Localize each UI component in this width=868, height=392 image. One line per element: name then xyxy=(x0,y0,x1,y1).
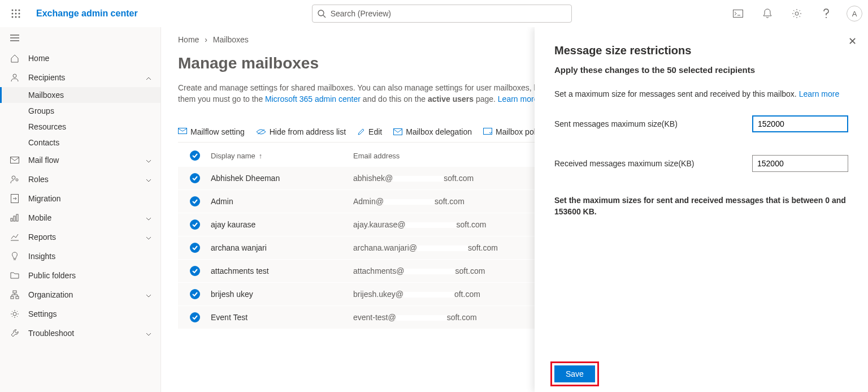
row-checkbox[interactable] xyxy=(184,243,206,253)
save-button[interactable]: Save xyxy=(554,365,595,382)
svg-point-30 xyxy=(13,312,16,316)
sidebar-item-home[interactable]: Home xyxy=(0,49,160,68)
svg-rect-29 xyxy=(16,296,19,299)
column-display-name[interactable]: Display name ↑ xyxy=(206,152,353,160)
edit-button[interactable]: Edit xyxy=(357,127,382,136)
sidebar-item-contacts[interactable]: Contacts xyxy=(0,135,160,150)
svg-rect-25 xyxy=(16,214,18,221)
sidebar-item-label: Insights xyxy=(28,252,55,261)
reports-icon xyxy=(9,233,20,241)
select-all-checkbox[interactable] xyxy=(184,150,206,161)
panel-title: Message size restrictions xyxy=(554,44,848,57)
svg-point-3 xyxy=(12,13,14,15)
sidebar-item-mobile[interactable]: Mobile xyxy=(0,208,160,227)
sidebar-item-roles[interactable]: Roles xyxy=(0,170,160,189)
row-name: attachments test xyxy=(206,266,353,275)
home-icon xyxy=(9,54,20,63)
gear-icon[interactable] xyxy=(788,5,806,23)
person-icon xyxy=(9,73,20,82)
svg-point-8 xyxy=(19,16,20,18)
sidebar-item-label: Mail flow xyxy=(28,156,59,165)
admin-center-link[interactable]: Microsoft 365 admin center xyxy=(265,94,361,104)
row-checkbox[interactable] xyxy=(184,266,206,276)
shell-icon[interactable] xyxy=(729,5,747,23)
hide-address-button[interactable]: Hide from address list xyxy=(256,127,346,136)
help-icon[interactable] xyxy=(817,5,835,23)
wrench-icon xyxy=(9,329,20,338)
svg-rect-19 xyxy=(11,157,19,163)
roles-icon xyxy=(9,175,20,184)
org-icon xyxy=(9,290,20,299)
mailflow-setting-button[interactable]: Mailflow setting xyxy=(178,127,245,136)
sidebar-item-resources[interactable]: Resources xyxy=(0,119,160,135)
chevron-down-icon xyxy=(146,232,151,242)
sent-size-field: Sent messages maximum size(KB) xyxy=(554,115,848,132)
sidebar-item-troubleshoot[interactable]: Troubleshoot xyxy=(0,324,160,343)
row-checkbox[interactable] xyxy=(184,312,206,322)
sidebar-item-groups[interactable]: Groups xyxy=(0,103,160,119)
learn-more-link[interactable]: Learn more xyxy=(799,89,840,98)
sidebar-item-migration[interactable]: Migration xyxy=(0,189,160,208)
sidebar-item-mailflow[interactable]: Mail flow xyxy=(0,150,160,170)
row-checkbox[interactable] xyxy=(184,219,206,230)
app-launcher-icon[interactable] xyxy=(6,3,26,24)
svg-point-6 xyxy=(12,16,14,18)
sidebar-item-label: Groups xyxy=(28,106,54,115)
svg-rect-28 xyxy=(11,296,14,299)
sidebar-item-label: Contacts xyxy=(28,138,59,147)
breadcrumb-current: Mailboxes xyxy=(213,35,249,44)
row-checkbox[interactable] xyxy=(184,289,206,299)
header-actions: A xyxy=(729,5,862,23)
svg-point-4 xyxy=(15,13,17,15)
sidebar-item-settings[interactable]: Settings xyxy=(0,304,160,324)
delegation-button[interactable]: Mailbox delegation xyxy=(393,127,472,136)
sidebar-item-recipients[interactable]: Recipients xyxy=(0,68,160,87)
row-checkbox[interactable] xyxy=(184,173,206,183)
hamburger-icon[interactable] xyxy=(0,29,160,49)
svg-rect-24 xyxy=(14,216,15,221)
received-size-input[interactable] xyxy=(752,155,848,172)
svg-point-21 xyxy=(16,179,18,181)
sort-arrow-icon: ↑ xyxy=(259,152,263,160)
sidebar-item-label: Organization xyxy=(28,290,73,299)
chevron-up-icon xyxy=(146,73,151,82)
svg-point-14 xyxy=(826,17,827,18)
row-checkbox[interactable] xyxy=(184,196,206,206)
breadcrumb-home[interactable]: Home xyxy=(178,35,199,44)
sidebar-item-reports[interactable]: Reports xyxy=(0,227,160,247)
svg-point-18 xyxy=(13,74,16,77)
close-icon[interactable]: ✕ xyxy=(848,35,857,48)
folder-icon xyxy=(9,272,20,279)
row-name: Event Test xyxy=(206,313,353,322)
bulb-icon xyxy=(9,252,20,261)
svg-rect-11 xyxy=(734,10,743,18)
bell-icon[interactable] xyxy=(758,5,776,23)
row-name: Abhishek Dheeman xyxy=(206,174,353,183)
row-name: ajay kaurase xyxy=(206,220,353,229)
received-size-label: Received messages maximum size(KB) xyxy=(554,159,694,168)
row-name: brijesh ukey xyxy=(206,290,353,299)
sidebar-item-label: Reports xyxy=(28,232,56,242)
sidebar-item-label: Recipients xyxy=(28,73,65,82)
main-content: Home › Mailboxes Manage mailboxes Create… xyxy=(160,27,868,392)
svg-point-5 xyxy=(19,13,20,15)
sidebar-item-label: Roles xyxy=(28,175,49,184)
svg-point-0 xyxy=(12,10,14,11)
sidebar-item-label: Migration xyxy=(28,194,61,203)
sidebar-item-organization[interactable]: Organization xyxy=(0,285,160,304)
sidebar-item-label: Resources xyxy=(28,122,66,131)
received-size-field: Received messages maximum size(KB) xyxy=(554,155,848,172)
app-title[interactable]: Exchange admin center xyxy=(36,8,138,19)
sidebar-item-insights[interactable]: Insights xyxy=(0,247,160,266)
sidebar-item-mailboxes[interactable]: Mailboxes xyxy=(0,87,160,103)
sidebar-item-label: Settings xyxy=(28,309,57,318)
panel-footer-highlight: Save xyxy=(550,361,599,386)
sent-size-input[interactable] xyxy=(752,115,848,132)
sidebar-item-publicfolders[interactable]: Public folders xyxy=(0,266,160,285)
app-header: Exchange admin center Search (Preview) A xyxy=(0,0,868,27)
panel-note: Set the maximum sizes for sent and recei… xyxy=(554,195,848,218)
avatar[interactable]: A xyxy=(847,6,862,21)
svg-line-10 xyxy=(323,15,326,18)
search-input[interactable]: Search (Preview) xyxy=(312,5,572,23)
row-name: Admin xyxy=(206,197,353,206)
